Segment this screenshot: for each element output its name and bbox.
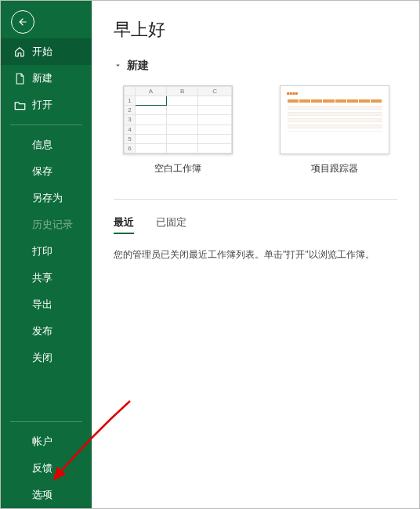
nav-label: 开始: [32, 45, 52, 59]
nav-share[interactable]: 共享: [1, 265, 92, 291]
template-label: 空白工作簿: [154, 162, 201, 175]
template-thumb: ■■■■: [280, 85, 389, 154]
nav-save[interactable]: 保存: [1, 158, 92, 185]
nav-label: 帐户: [32, 435, 52, 449]
main-panel: 早上好 新建 ABC 1 2 3 4 5 6: [92, 1, 419, 508]
template-project-tracker[interactable]: ■■■■: [280, 85, 389, 175]
divider: [10, 421, 82, 422]
nav-label: 导出: [32, 298, 52, 312]
folder-icon: [13, 99, 26, 111]
divider: [114, 199, 397, 200]
chevron-down-icon: [114, 60, 122, 72]
nav-label: 共享: [32, 271, 52, 285]
new-section-header[interactable]: 新建: [114, 59, 397, 73]
nav-options[interactable]: 选项: [1, 482, 92, 508]
sidebar: 开始 新建 打开 信息 保存 另存为 历史记录 打印 共享 导出 发布 关闭 帐…: [1, 1, 92, 508]
nav-print[interactable]: 打印: [1, 238, 92, 265]
document-icon: [13, 72, 26, 85]
nav-label: 新建: [32, 71, 52, 85]
nav-save-as[interactable]: 另存为: [1, 185, 92, 211]
back-button[interactable]: [11, 10, 34, 34]
nav-label: 关闭: [32, 351, 52, 365]
greeting-title: 早上好: [114, 18, 397, 42]
nav-info[interactable]: 信息: [1, 132, 92, 158]
template-blank-workbook[interactable]: ABC 1 2 3 4 5 6 空白工作簿: [123, 85, 233, 175]
spacer: [1, 371, 92, 415]
nav-label: 发布: [32, 324, 52, 338]
nav-history: 历史记录: [1, 211, 92, 238]
nav-account[interactable]: 帐户: [1, 428, 92, 455]
nav-label: 打印: [32, 244, 52, 258]
template-list: ABC 1 2 3 4 5 6 空白工作簿 ■■■■: [114, 85, 397, 175]
nav-export[interactable]: 导出: [1, 291, 92, 318]
nav-label: 选项: [32, 488, 52, 502]
nav-publish[interactable]: 发布: [1, 318, 92, 345]
nav-label: 信息: [32, 138, 52, 152]
nav-new[interactable]: 新建: [1, 65, 92, 92]
tab-pinned[interactable]: 已固定: [156, 215, 186, 234]
backstage-view: 开始 新建 打开 信息 保存 另存为 历史记录 打印 共享 导出 发布 关闭 帐…: [0, 0, 420, 509]
tab-recent[interactable]: 最近: [114, 215, 134, 234]
template-thumb: ABC 1 2 3 4 5 6: [123, 85, 233, 154]
section-label: 新建: [127, 59, 149, 73]
recent-empty-message: 您的管理员已关闭最近工作簿列表。单击"打开"以浏览工作簿。: [114, 248, 397, 262]
nav-label: 另存为: [32, 191, 63, 205]
nav-close[interactable]: 关闭: [1, 345, 92, 371]
template-label: 项目跟踪器: [311, 162, 358, 175]
recent-tabs: 最近 已固定: [114, 215, 397, 234]
nav-start[interactable]: 开始: [1, 38, 92, 65]
home-icon: [13, 45, 26, 58]
nav-label: 保存: [32, 164, 52, 179]
back-arrow-icon: [17, 16, 28, 27]
divider: [10, 125, 82, 125]
nav-open[interactable]: 打开: [1, 92, 92, 118]
nav-feedback[interactable]: 反馈: [1, 455, 92, 482]
nav-label: 历史记录: [32, 218, 73, 232]
nav-label: 反馈: [32, 461, 52, 475]
nav-label: 打开: [32, 98, 52, 112]
